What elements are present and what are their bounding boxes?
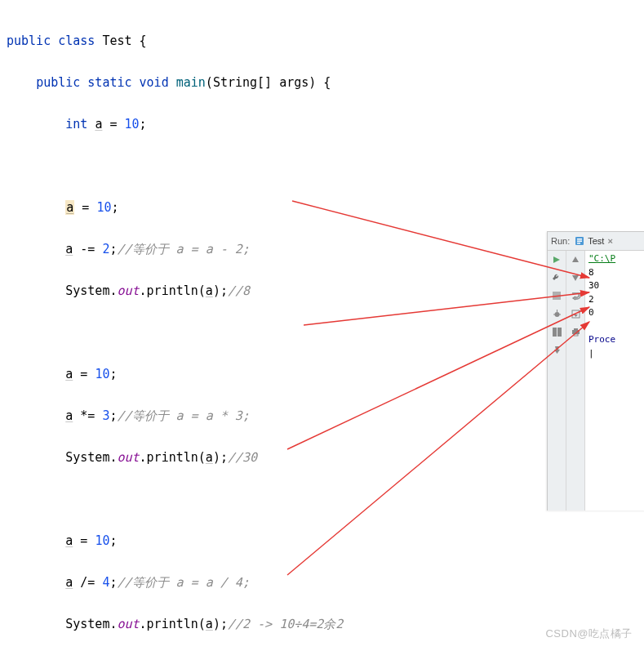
svg-rect-3: [577, 243, 580, 244]
sys3: System.: [65, 617, 117, 631]
svg-rect-5: [553, 292, 561, 300]
kw-public2: public: [36, 75, 80, 90]
run-header: Run: Test ×: [548, 232, 644, 251]
num: 10: [95, 367, 109, 381]
out-field3: out: [117, 617, 139, 631]
num-10: 10: [125, 117, 140, 132]
var-a: a: [95, 117, 102, 132]
svg-rect-10: [553, 328, 557, 337]
exec-path: "C:\P: [588, 253, 615, 264]
var-a3: a: [65, 367, 73, 381]
var-a-hl: a: [65, 200, 74, 215]
run-tab[interactable]: Test ×: [575, 236, 613, 246]
var-a5: a: [65, 533, 73, 548]
num-2: 2: [102, 242, 109, 256]
console-output[interactable]: "C:\P 8 30 2 0 Proce |: [585, 251, 644, 511]
kw-int: int: [65, 117, 87, 132]
kw-public: public: [7, 33, 51, 48]
comment-sub: //等价于 a = a - 2;: [117, 242, 249, 256]
out-0: 0: [588, 307, 594, 318]
var-a4: a: [65, 408, 73, 423]
num-4: 4: [102, 575, 109, 590]
comment-mul: //等价于 a = a * 3;: [117, 408, 249, 423]
println3: .println(: [140, 617, 206, 631]
close2: );: [213, 450, 228, 465]
println: .println(: [140, 283, 206, 298]
comment-2: //2 -> 10÷4=2余2: [228, 617, 343, 631]
run-config-icon: [575, 236, 584, 246]
svg-marker-4: [553, 256, 560, 263]
close: );: [213, 283, 228, 298]
close3: );: [213, 617, 228, 631]
wrench-icon[interactable]: [551, 272, 562, 283]
svg-marker-13: [572, 275, 579, 281]
svg-rect-18: [574, 334, 578, 336]
svg-rect-1: [577, 239, 582, 240]
out-2: 2: [588, 294, 594, 305]
svg-rect-16: [572, 330, 580, 334]
svg-rect-2: [577, 241, 582, 243]
softwrap-icon[interactable]: [570, 290, 581, 301]
layout-icon[interactable]: [551, 326, 562, 337]
var-a2: a: [65, 242, 73, 256]
stop-icon[interactable]: [551, 290, 562, 301]
arg-a3: a: [206, 617, 213, 631]
run-tools-right: [566, 251, 585, 511]
down-icon[interactable]: [570, 272, 581, 283]
main-method: main: [176, 75, 206, 90]
kw-class: class: [58, 33, 95, 48]
kw-static: static: [87, 75, 131, 90]
pin-icon[interactable]: [551, 344, 562, 355]
out-field2: out: [117, 450, 139, 465]
run-tools-left: [548, 251, 566, 511]
run-tab-label: Test: [588, 236, 604, 246]
out-30: 30: [588, 280, 599, 291]
svg-point-6: [554, 312, 559, 317]
num: 10: [96, 200, 111, 215]
op-div: /=: [80, 575, 95, 590]
svg-marker-12: [572, 256, 579, 262]
arg-a: a: [206, 283, 213, 298]
bug-icon[interactable]: [551, 308, 562, 319]
kw-void: void: [140, 75, 169, 90]
run-panel: Run: Test × "C:\P 8 30 2 0 Proce |: [547, 231, 644, 511]
scroll-icon[interactable]: [570, 308, 581, 319]
sys: System.: [65, 283, 117, 298]
class-name: Test: [102, 33, 131, 48]
comment-8: //8: [228, 283, 250, 298]
svg-rect-17: [574, 328, 578, 330]
out-field: out: [117, 283, 139, 298]
comment-30: //30: [228, 450, 257, 465]
op-mul: *=: [80, 408, 95, 423]
watermark: CSDN@吃点橘子: [545, 626, 633, 641]
close-icon[interactable]: ×: [607, 236, 612, 246]
print-icon[interactable]: [570, 326, 581, 337]
op-sub: -=: [80, 242, 95, 256]
type-string: String: [213, 75, 257, 90]
println2: .println(: [140, 450, 206, 465]
out-8: 8: [588, 267, 594, 278]
comment-div: //等价于 a = a / 4;: [117, 575, 249, 590]
var-a6: a: [65, 575, 73, 590]
run-label: Run:: [551, 236, 570, 246]
num: 10: [95, 533, 109, 548]
arg-a2: a: [206, 450, 213, 465]
rerun-icon[interactable]: [551, 254, 562, 265]
svg-marker-15: [574, 314, 578, 317]
num-3: 3: [102, 408, 109, 423]
process-line: Proce: [588, 334, 615, 345]
svg-rect-11: [557, 328, 562, 337]
sys2: System.: [65, 450, 117, 465]
param-args: args: [279, 75, 309, 90]
up-icon[interactable]: [570, 254, 581, 265]
